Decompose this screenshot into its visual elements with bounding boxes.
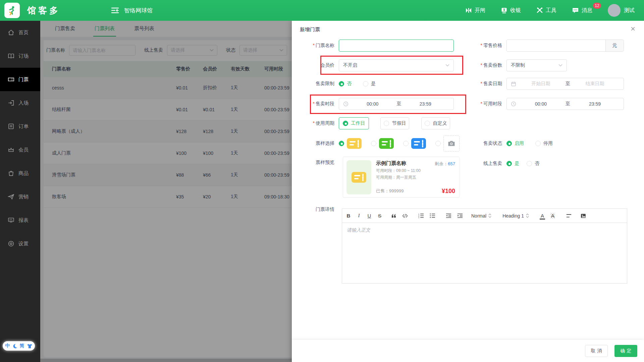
close-icon[interactable]: × bbox=[631, 25, 635, 33]
upload-photo-button[interactable] bbox=[443, 135, 460, 152]
retail-price-label: 零售价格 bbox=[463, 43, 506, 49]
detail-label: 门票详情 bbox=[292, 206, 339, 213]
outdent-icon[interactable] bbox=[446, 213, 451, 218]
confirm-button[interactable]: 确定 bbox=[614, 345, 637, 357]
sell-status-off-radio[interactable]: 停用 bbox=[535, 140, 553, 146]
drawer-title: 新增门票 bbox=[300, 26, 320, 33]
preview-remaining: 剩余：657 bbox=[435, 161, 455, 167]
radio bbox=[371, 141, 376, 146]
cancel-button[interactable]: 取消 bbox=[585, 345, 608, 357]
radio bbox=[425, 121, 430, 126]
use-cycle-workday[interactable]: 工作日 bbox=[339, 117, 369, 129]
ticket-style-label: 票样选择 bbox=[292, 140, 339, 146]
background-color-icon[interactable]: A bbox=[550, 213, 555, 219]
sidebar-item-settings[interactable]: 设置 bbox=[0, 232, 40, 255]
clock-icon bbox=[343, 101, 348, 107]
sell-status-on-radio[interactable]: 启用 bbox=[506, 140, 524, 146]
court-icon bbox=[7, 52, 15, 60]
sell-limit-no-radio[interactable]: 否 bbox=[339, 81, 352, 87]
avail-time-range-picker[interactable]: 00:00 至 23:59 bbox=[506, 98, 624, 110]
nav-gate-button[interactable]: 开闸 bbox=[465, 7, 485, 14]
collapse-menu-icon[interactable] bbox=[111, 7, 119, 14]
message-icon bbox=[572, 7, 579, 14]
code-icon[interactable] bbox=[402, 214, 408, 218]
avail-time-label: 可用时段 bbox=[463, 101, 506, 107]
language-widget[interactable]: 中 简 bbox=[3, 341, 35, 351]
member-price-select[interactable]: 不开启 bbox=[339, 59, 454, 71]
sidebar-item-ticket[interactable]: 门票 bbox=[0, 68, 40, 91]
moon-icon[interactable] bbox=[12, 344, 17, 349]
online-sell-no-radio[interactable]: 否 bbox=[527, 161, 539, 167]
bold-icon[interactable]: B bbox=[346, 213, 351, 219]
sell-time-label: 售卖时段 bbox=[292, 101, 339, 107]
indent-icon[interactable] bbox=[457, 213, 463, 218]
top-nav: 开闸 ¥ 收银 工具 bbox=[465, 4, 635, 17]
radio-selected bbox=[339, 141, 344, 146]
sell-time-row: 售卖时段 00:00 至 23:59 bbox=[292, 98, 454, 110]
sidebar-item-order[interactable]: 订单 bbox=[0, 115, 40, 138]
marketing-icon bbox=[7, 193, 15, 200]
lang-simplified-label[interactable]: 简 bbox=[20, 343, 24, 349]
updown-icon bbox=[488, 214, 491, 218]
sidebar-item-goods[interactable]: 商品 bbox=[0, 162, 40, 185]
user-menu[interactable]: 测试 bbox=[608, 4, 635, 17]
font-format-select[interactable]: Normal bbox=[471, 213, 491, 219]
unit-label: 元 bbox=[605, 40, 624, 51]
online-sell-yes-radio[interactable]: 是 bbox=[506, 161, 519, 167]
align-icon[interactable] bbox=[566, 214, 572, 218]
text-color-icon[interactable]: A bbox=[540, 213, 545, 219]
sell-limit-yes-radio[interactable]: 是 bbox=[363, 81, 376, 87]
blue-ticket-icon bbox=[411, 138, 426, 149]
ticket-preview-card: 示例门票名称 剩余：657 可用时段：09:00 ~ 11:00 可用周期：周一… bbox=[343, 157, 460, 198]
sell-status-row: 售卖状态 启用 停用 bbox=[463, 137, 564, 149]
blockquote-icon[interactable] bbox=[391, 214, 396, 218]
chevron-down-icon bbox=[445, 64, 449, 67]
sidebar-item-marketing[interactable]: 营销 bbox=[0, 185, 40, 208]
sidebar-item-member[interactable]: 会员 bbox=[0, 138, 40, 162]
sidebar-item-report[interactable]: 报表 bbox=[0, 208, 40, 232]
italic-icon[interactable]: I bbox=[357, 213, 361, 219]
use-cycle-holiday[interactable]: 节假日 bbox=[380, 117, 409, 129]
sidebar-item-home[interactable]: 首页 bbox=[0, 21, 40, 44]
sell-date-range-picker[interactable]: 开始日期 至 结束日期 bbox=[506, 78, 624, 90]
ticket-style-green[interactable] bbox=[371, 138, 394, 149]
sidebar-item-court[interactable]: 订场 bbox=[0, 44, 40, 68]
gate-icon bbox=[465, 7, 472, 14]
top-bar: 馆客多 智络网球馆 开闸 ¥ bbox=[0, 0, 644, 21]
underline-icon[interactable]: U bbox=[367, 213, 372, 219]
use-cycle-custom[interactable]: 自定义 bbox=[421, 117, 450, 129]
strikethrough-icon[interactable]: S bbox=[377, 213, 382, 219]
radio bbox=[535, 141, 541, 146]
clock-icon bbox=[511, 101, 516, 107]
radio-selected bbox=[506, 161, 512, 166]
ticket-style-yellow[interactable] bbox=[339, 138, 362, 149]
retail-price-input[interactable]: 元 bbox=[506, 40, 624, 52]
venue-name: 智络网球馆 bbox=[124, 7, 153, 14]
sell-count-label: 售卖份数 bbox=[463, 62, 506, 68]
nav-message-button[interactable]: 消息 12 bbox=[572, 7, 592, 14]
editor-body[interactable]: 请输入正文 bbox=[342, 223, 627, 283]
ticket-style-blue[interactable] bbox=[403, 138, 426, 149]
tshirt-icon[interactable] bbox=[27, 344, 33, 349]
heading-format-select[interactable]: Heading 1 bbox=[502, 213, 529, 219]
preview-thumbnail bbox=[346, 160, 371, 194]
member-price-row: 会员价 不开启 bbox=[292, 59, 454, 71]
tools-icon bbox=[536, 7, 543, 14]
sell-time-range-picker[interactable]: 00:00 至 23:59 bbox=[339, 98, 454, 110]
calendar-icon bbox=[511, 81, 516, 86]
ticket-name-input[interactable] bbox=[339, 40, 454, 52]
nav-cashier-button[interactable]: ¥ 收银 bbox=[501, 7, 521, 14]
sidebar-item-entry[interactable]: 入场 bbox=[0, 91, 40, 115]
app: 馆客多 智络网球馆 开闸 ¥ bbox=[0, 0, 644, 362]
ticket-style-upload[interactable] bbox=[435, 135, 460, 152]
ordered-list-icon[interactable]: 123 bbox=[418, 213, 424, 218]
sell-count-select[interactable]: 不限制 bbox=[506, 59, 567, 71]
insert-image-icon[interactable] bbox=[581, 214, 586, 218]
nav-tools-button[interactable]: 工具 bbox=[536, 7, 556, 14]
lang-zh-label[interactable]: 中 bbox=[5, 343, 10, 349]
preview-price: ¥100 bbox=[442, 188, 455, 195]
preview-label-row: 票样预览 bbox=[292, 157, 339, 169]
bullet-list-icon[interactable] bbox=[430, 213, 435, 218]
add-ticket-drawer: 新增门票 × 门票名称 零售价格 元 会员价 不开启 售卖份数 不限制 bbox=[292, 21, 644, 362]
message-badge: 12 bbox=[593, 3, 601, 9]
